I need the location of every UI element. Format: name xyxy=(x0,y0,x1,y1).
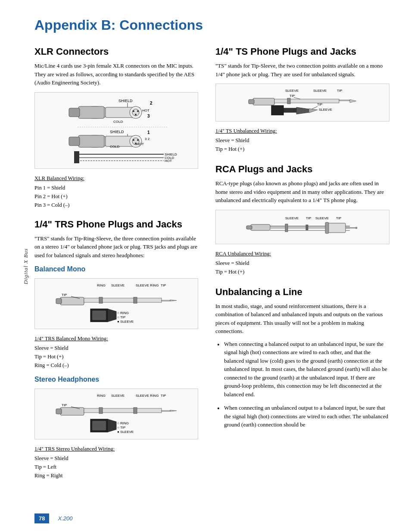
trs-bal-1: Sleeve = Shield xyxy=(34,345,68,351)
svg-rect-44 xyxy=(84,298,162,302)
rca-wiring-title: RCA Unbalanced Wiring: xyxy=(215,249,389,258)
trs-section: 1/4" TRS Phone Plugs and Jacks "TRS" sta… xyxy=(34,219,198,480)
svg-point-11 xyxy=(135,114,137,115)
svg-marker-66 xyxy=(162,411,170,411)
svg-text:TIP: TIP xyxy=(306,216,311,220)
svg-text:SHIELD: SHIELD xyxy=(118,99,133,103)
svg-marker-47 xyxy=(162,300,170,301)
svg-text:TIP: TIP xyxy=(161,283,166,287)
svg-point-107 xyxy=(355,227,358,229)
ts-section: 1/4" TS Phone Plugs and Jacks "TS" stand… xyxy=(215,46,389,153)
svg-text:TIP: TIP xyxy=(336,216,341,220)
page-container: Digital X Bus Appendix B: Connections XL… xyxy=(0,0,411,532)
svg-rect-63 xyxy=(84,408,162,413)
svg-marker-90 xyxy=(309,109,318,113)
svg-text:SLEEVE: SLEEVE xyxy=(111,283,125,287)
svg-text:RING: RING xyxy=(97,394,106,398)
xlr-section: XLR Connectors Mic/Line 4 cards use 3-pi… xyxy=(34,46,198,209)
ts-title: 1/4" TS Phone Plugs and Jacks xyxy=(215,46,389,57)
svg-text:● SLEEVE: ● SLEEVE xyxy=(117,430,134,434)
svg-rect-104 xyxy=(306,225,308,230)
svg-text:● SLEEVE: ● SLEEVE xyxy=(117,320,134,324)
ts-wiring: 1/4" TS Unbalanced Wiring: Sleeve = Shie… xyxy=(215,127,389,153)
svg-point-9 xyxy=(133,110,134,112)
rca-wiring: RCA Unbalanced Wiring: Sleeve = Shield T… xyxy=(215,249,389,276)
svg-text:SLEEVE RING: SLEEVE RING xyxy=(136,283,159,287)
unbalancing-body: In most studio, stage, and sound reinfor… xyxy=(215,302,389,336)
balanced-mono-title: Balanced Mono xyxy=(34,265,198,273)
ts-diagram-box: SLEEVE SLEEVE TIP TIP xyxy=(215,84,389,121)
stereo-phones-title: Stereo Headphones xyxy=(34,376,198,383)
svg-rect-46 xyxy=(134,297,137,303)
svg-text:1: 1 xyxy=(147,130,150,135)
svg-rect-5 xyxy=(69,108,80,117)
svg-text:HOT: HOT xyxy=(137,142,144,146)
ts-wire-1: Sleeve = Shield xyxy=(215,137,249,143)
svg-rect-21 xyxy=(69,137,80,146)
ts-wiring-title: 1/4" TS Unbalanced Wiring: xyxy=(215,127,389,135)
xlr-wiring: XLR Balanced Wiring: Pin 1 = Shield Pin … xyxy=(34,174,198,209)
svg-rect-98 xyxy=(251,224,270,230)
svg-rect-81 xyxy=(274,99,339,103)
xlr-wire-2: Pin 2 = Hot (+) xyxy=(34,193,68,199)
svg-rect-82 xyxy=(287,98,290,104)
svg-text:2: 2 xyxy=(150,101,153,106)
svg-point-10 xyxy=(137,110,139,112)
trs-stereo-svg: RING SLEEVE SLEEVE RING TIP xyxy=(47,392,185,436)
trs-stereo-2: Tip = Left xyxy=(34,464,56,470)
bullet-item-1: When connecting a balanced output to an … xyxy=(215,340,389,399)
xlr-wire-3: Pin 3 = Cold (–) xyxy=(34,202,69,208)
svg-text:○ TIP: ○ TIP xyxy=(117,426,125,429)
trs-bal-title: 1/4" TRS Balanced Mono Wiring: xyxy=(34,334,198,343)
svg-text:SLEEVE: SLEEVE xyxy=(315,216,329,220)
trs-balanced-diagram: RING SLEEVE SLEEVE RING TIP xyxy=(34,278,198,329)
trs-stereo-3: Ring = Right xyxy=(34,473,62,479)
trs-stereo-1: Sleeve = Shield xyxy=(34,455,68,461)
rca-diagram-box: SLEEVE TIP SLEEVE TIP xyxy=(215,210,389,244)
svg-rect-99 xyxy=(246,226,252,229)
svg-rect-61 xyxy=(60,408,84,415)
trs-stereo-wiring: 1/4" TRS Stereo Unbalanced Wiring: Sleev… xyxy=(34,445,198,480)
svg-rect-62 xyxy=(56,409,62,414)
svg-rect-80 xyxy=(249,100,254,104)
svg-rect-50 xyxy=(92,311,106,320)
svg-text:TIP: TIP xyxy=(317,103,322,106)
svg-rect-88 xyxy=(283,108,296,112)
unbalancing-bullet-list: When connecting a balanced output to an … xyxy=(215,340,389,429)
svg-text:TIP: TIP xyxy=(62,403,67,407)
bullet-item-2: When connecting an unbalanced output to … xyxy=(215,404,389,429)
svg-rect-4 xyxy=(78,106,104,118)
trs-stereo-diagram: RING SLEEVE SLEEVE RING TIP xyxy=(34,389,198,439)
svg-rect-65 xyxy=(134,408,137,414)
svg-text:SLEEVE: SLEEVE xyxy=(285,89,299,93)
xlr-diagram-svg: SHIELD 2 xyxy=(43,96,190,165)
svg-text:TIP: TIP xyxy=(62,293,67,297)
svg-rect-45 xyxy=(99,297,103,303)
footer-model: X.200 xyxy=(58,515,72,522)
svg-rect-43 xyxy=(56,299,62,304)
bullet-2-text: When connecting an unbalanced output to … xyxy=(224,404,388,428)
xlr-title: XLR Connectors xyxy=(34,46,198,57)
svg-text:SLEEVE RING: SLEEVE RING xyxy=(136,394,159,398)
svg-rect-79 xyxy=(253,98,274,105)
svg-rect-108 xyxy=(325,222,329,233)
svg-marker-84 xyxy=(350,100,356,103)
left-column: XLR Connectors Mic/Line 4 cards use 3-pi… xyxy=(34,46,198,480)
svg-text:HOT: HOT xyxy=(142,109,149,112)
svg-marker-67 xyxy=(170,410,177,411)
svg-text:TIP: TIP xyxy=(337,89,342,93)
page-footer: 78 X.200 xyxy=(0,513,411,523)
svg-rect-69 xyxy=(92,421,106,430)
svg-text:SLEEVE: SLEEVE xyxy=(111,394,125,398)
bullet-1-text: When connecting a balanced output to an … xyxy=(224,341,387,398)
svg-text:SHIELD: SHIELD xyxy=(110,130,124,134)
unbalancing-section: Unbalancing a Line In most studio, stage… xyxy=(215,286,389,429)
svg-point-25 xyxy=(133,139,134,141)
svg-text:SLEEVE: SLEEVE xyxy=(313,89,327,93)
svg-text:HOT: HOT xyxy=(165,159,172,163)
trs-stereo-title: 1/4" TRS Stereo Unbalanced Wiring: xyxy=(34,445,198,453)
sidebar-text: Digital X Bus xyxy=(22,248,29,284)
svg-text:○ RING: ○ RING xyxy=(117,311,129,315)
rca-body: RCA-type plugs (also known as phono plug… xyxy=(215,179,389,205)
svg-rect-103 xyxy=(285,224,288,232)
